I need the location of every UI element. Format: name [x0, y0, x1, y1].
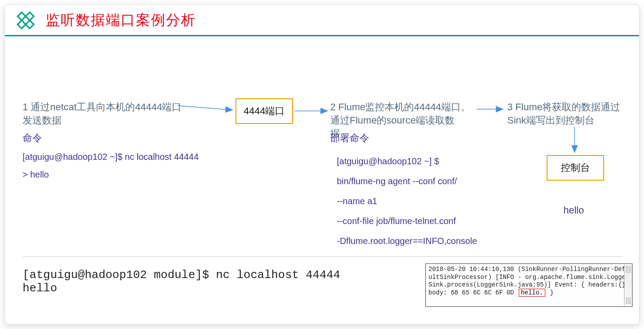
bottom-term-l2: hello — [23, 282, 340, 295]
svg-rect-1 — [26, 12, 34, 20]
step1-desc: 1 通过netcat工具向本机的44444端口发送数据 — [23, 101, 191, 127]
content-divider — [23, 256, 621, 257]
step1-desc-text: 1 通过netcat工具向本机的44444端口发送数据 — [23, 101, 191, 127]
step2-cmd-label: 部署命令 — [330, 132, 369, 145]
step2-l3: --name a1 — [337, 196, 377, 206]
svg-rect-0 — [18, 12, 26, 20]
port-box: 4444端口 — [235, 98, 293, 124]
step1-cmd-label: 命令 — [23, 132, 42, 145]
svg-rect-2 — [26, 20, 34, 28]
bottom-terminal: [atguigu@hadoop102 module]$ nc localhost… — [23, 269, 340, 295]
port-box-label: 4444端口 — [244, 105, 285, 118]
content: 1 通过netcat工具向本机的44444端口发送数据 命令 [atguigu@… — [5, 39, 639, 324]
header-divider — [5, 35, 639, 36]
svg-rect-3 — [18, 20, 26, 28]
log-text-b: } — [550, 289, 553, 296]
step2-l5: -Dflume.root.logger==INFO,console — [337, 236, 477, 246]
step3-desc: 3 Flume将获取的数据通过Sink端写出到控制台 — [507, 101, 627, 127]
step3-output: hello — [563, 205, 584, 216]
step3-desc-text: 3 Flume将获取的数据通过Sink端写出到控制台 — [507, 101, 627, 127]
step2-l2: bin/flume-ng agent --conf conf/ — [337, 176, 457, 186]
page-title: 监听数据端口案例分析 — [46, 11, 196, 30]
bottom-term-l1: [atguigu@hadoop102 module]$ nc localhost… — [23, 269, 340, 282]
console-box-label: 控制台 — [561, 161, 590, 174]
step1-cmd2: > hello — [23, 170, 49, 180]
step2-l4: --conf-file job/flume-telnet.conf — [337, 216, 456, 226]
log-highlight: hello. — [519, 289, 545, 297]
console-box: 控制台 — [547, 155, 604, 181]
step1-cmd1: [atguigu@hadoop102 ~]$ nc localhost 4444… — [23, 152, 199, 162]
header: 监听数据端口案例分析 — [5, 5, 639, 34]
step2-l1: [atguigu@hadoop102 ~] $ — [337, 156, 439, 166]
logo-icon — [14, 8, 38, 32]
log-box: 2018-05-20 10:44:10,130 (SinkRunner-Poll… — [425, 263, 632, 307]
log-scrollbar[interactable] — [624, 265, 632, 306]
slide: 监听数据端口案例分析 1 通过netcat工具向本机的44444端口发送数据 命… — [4, 4, 640, 325]
